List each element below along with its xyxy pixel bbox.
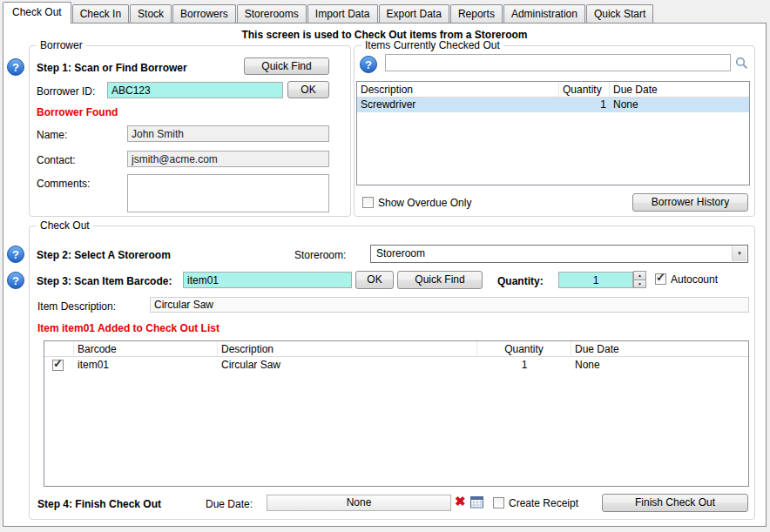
- items-out-row[interactable]: Screwdriver 1 None: [357, 98, 749, 112]
- show-overdue-label[interactable]: Show Overdue Only: [378, 197, 471, 209]
- cell-select: ✓: [44, 358, 74, 373]
- due-date-field[interactable]: None: [267, 495, 451, 511]
- check-out-page: This screen is used to Check Out items f…: [3, 23, 767, 527]
- borrower-group-title: Borrower: [37, 39, 86, 51]
- create-receipt-checkbox[interactable]: [493, 497, 504, 508]
- search-icon[interactable]: [735, 57, 748, 72]
- check-out-group-title: Check Out: [37, 219, 93, 232]
- tab-quick-start[interactable]: Quick Start: [586, 4, 653, 23]
- tab-administration[interactable]: Administration: [503, 4, 585, 23]
- step2-label: Step 2: Select A Storeroom: [37, 249, 171, 261]
- tab-borrowers[interactable]: Borrowers: [172, 4, 236, 23]
- col-item-due-date[interactable]: Due Date: [571, 341, 748, 356]
- finish-check-out-button[interactable]: Finish Check Out: [602, 494, 748, 512]
- item-row-checkbox[interactable]: ✓: [52, 360, 64, 371]
- cell-item-quantity: 1: [477, 358, 571, 373]
- storeroom-label: Storeroom:: [294, 249, 346, 261]
- col-quantity[interactable]: Quantity: [559, 82, 610, 97]
- barcode-input[interactable]: [183, 272, 352, 288]
- check-icon: ✓: [53, 358, 63, 370]
- col-description[interactable]: Description: [357, 82, 559, 97]
- name-field[interactable]: [127, 125, 329, 142]
- tab-reports[interactable]: Reports: [450, 4, 503, 23]
- items-out-table: Description Quantity Due Date Screwdrive…: [356, 81, 750, 185]
- spin-down-icon[interactable]: ▼: [633, 280, 646, 289]
- help-icon-items-out[interactable]: ?: [360, 56, 377, 73]
- storeroom-dropdown[interactable]: Storeroom ▼: [370, 245, 748, 263]
- storeroom-value: Storeroom: [376, 247, 425, 259]
- help-icon-borrower[interactable]: ?: [7, 58, 24, 76]
- calendar-icon[interactable]: [470, 495, 484, 511]
- borrower-quick-find-button[interactable]: Quick Find: [244, 57, 329, 75]
- item-description-label: Item Description:: [37, 300, 116, 313]
- item-added-status-text: Item item01 Added to Check Out List: [37, 322, 220, 334]
- tab-storerooms[interactable]: Storerooms: [237, 4, 307, 23]
- col-item-quantity[interactable]: Quantity: [477, 341, 571, 356]
- borrower-id-input[interactable]: [107, 82, 283, 98]
- clear-date-icon[interactable]: ✖: [455, 495, 466, 508]
- tab-check-out[interactable]: Check Out: [3, 2, 71, 24]
- borrower-status-text: Borrower Found: [37, 106, 118, 118]
- check-out-item-row[interactable]: ✓ item01 Circular Saw 1 None: [44, 357, 748, 373]
- create-receipt-label[interactable]: Create Receipt: [509, 497, 578, 509]
- col-item-description[interactable]: Description: [218, 341, 477, 356]
- cell-barcode: item01: [74, 358, 218, 373]
- borrower-history-button[interactable]: Borrower History: [632, 193, 748, 212]
- quantity-input[interactable]: [558, 272, 633, 288]
- item-quick-find-button[interactable]: Quick Find: [397, 271, 483, 289]
- items-out-group-title: Items Currently Checked Out: [361, 39, 503, 51]
- step4-label: Step 4: Finish Check Out: [37, 498, 161, 510]
- contact-label: Contact:: [37, 154, 76, 166]
- comments-label: Comments:: [37, 178, 90, 190]
- cell-due-date: None: [610, 98, 749, 112]
- contact-field[interactable]: [127, 151, 329, 167]
- comments-field[interactable]: [127, 174, 329, 212]
- cell-item-due-date: None: [571, 358, 748, 373]
- tab-check-in[interactable]: Check In: [72, 4, 129, 23]
- check-out-table-header: Barcode Description Quantity Due Date: [44, 341, 748, 357]
- borrower-id-label: Borrower ID:: [37, 85, 95, 98]
- cell-item-description: Circular Saw: [218, 358, 477, 373]
- col-select[interactable]: [44, 341, 74, 356]
- quantity-stepper: ▲ ▼: [633, 271, 646, 288]
- autocount-checkbox[interactable]: ✓: [655, 273, 666, 285]
- spin-up-icon[interactable]: ▲: [633, 271, 646, 280]
- chevron-down-icon: ▼: [732, 246, 746, 261]
- quantity-label: Quantity:: [497, 275, 544, 287]
- check-icon: ✓: [656, 271, 665, 284]
- step3-label: Step 3: Scan Item Barcode:: [37, 275, 172, 287]
- tab-export-data[interactable]: Export Data: [379, 4, 449, 23]
- item-description-field[interactable]: [150, 297, 749, 313]
- check-out-list-table: Barcode Description Quantity Due Date ✓ …: [44, 340, 749, 487]
- borrower-ok-button[interactable]: OK: [287, 81, 329, 98]
- tab-bar: Check Out Check In Stock Borrowers Store…: [3, 1, 654, 23]
- tab-import-data[interactable]: Import Data: [307, 4, 378, 23]
- name-label: Name:: [37, 129, 67, 141]
- items-out-table-header: Description Quantity Due Date: [357, 82, 749, 98]
- cell-quantity: 1: [559, 98, 610, 112]
- show-overdue-checkbox[interactable]: [362, 197, 374, 208]
- barcode-ok-button[interactable]: OK: [355, 271, 394, 289]
- col-due-date[interactable]: Due Date: [610, 82, 749, 97]
- tab-stock[interactable]: Stock: [130, 4, 172, 23]
- autocount-label[interactable]: Autocount: [671, 273, 718, 286]
- help-icon-barcode[interactable]: ?: [7, 272, 24, 289]
- due-date-label: Due Date:: [206, 498, 253, 510]
- items-out-search-input[interactable]: [385, 54, 731, 71]
- help-icon-storeroom[interactable]: ?: [7, 246, 24, 263]
- step1-label: Step 1: Scan or Find Borrower: [37, 62, 187, 74]
- col-barcode[interactable]: Barcode: [74, 341, 218, 356]
- cell-description: Screwdriver: [357, 98, 559, 112]
